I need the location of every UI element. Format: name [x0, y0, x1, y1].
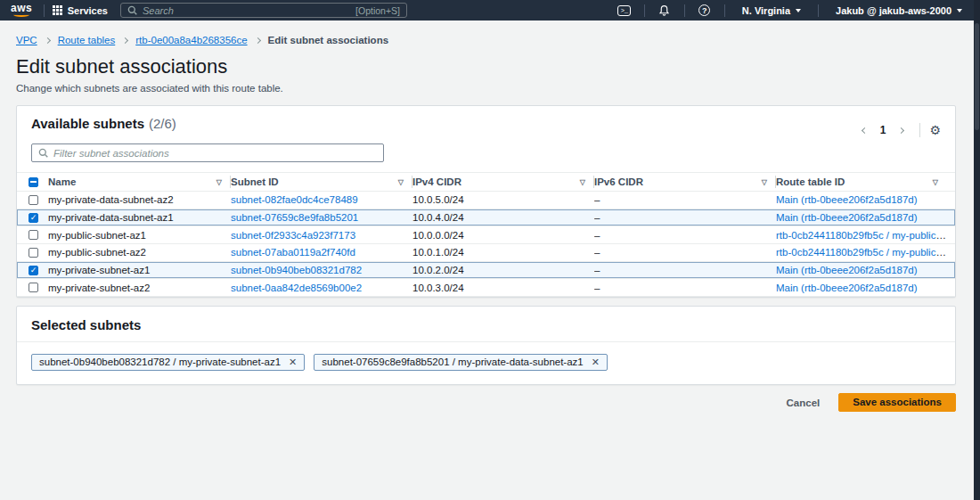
subnet-name: my-private-data-subnet-az2 — [48, 194, 231, 205]
row-checkbox[interactable] — [29, 266, 38, 275]
filter-field[interactable] — [31, 143, 384, 162]
ipv6-cidr: – — [594, 212, 776, 223]
region-selector[interactable]: N. Virginia — [733, 5, 810, 16]
help-icon: ? — [698, 4, 710, 16]
page-description: Change which subnets are associated with… — [16, 83, 956, 94]
column-header-route-table-id[interactable]: Route table ID▽ — [776, 176, 946, 188]
subnet-id-link[interactable]: subnet-07659c8e9fa8b5201 — [231, 212, 358, 223]
sort-icon[interactable]: ▽ — [398, 178, 404, 186]
subnet-name: my-private-subnet-az2 — [48, 283, 231, 293]
selected-subnets-panel: Selected subnets subnet-0b940beb08321d78… — [16, 306, 956, 385]
pagination: 1 ⚙ — [855, 123, 941, 137]
token-label: subnet-0b940beb08321d782 / my-private-su… — [39, 357, 281, 367]
chevron-down-icon — [796, 9, 801, 12]
row-checkbox[interactable] — [29, 283, 38, 292]
ipv4-cidr: 10.0.1.0/24 — [412, 247, 594, 258]
selected-subnet-token: subnet-07659c8e9fa8b5201 / my-private-da… — [314, 354, 608, 371]
subnet-id-link[interactable]: subnet-0f2933c4a923f7173 — [231, 230, 355, 241]
route-table-link[interactable]: rtb-0cb2441180b29fb5c / my-public-route-… — [776, 247, 955, 258]
table-row: my-public-subnet-az2 subnet-07aba0119a2f… — [17, 244, 955, 262]
save-associations-button[interactable]: Save associations — [838, 393, 956, 412]
previous-page-button[interactable] — [855, 128, 875, 133]
column-header-subnet-id[interactable]: Subnet ID▽ — [231, 176, 412, 188]
row-checkbox[interactable] — [29, 195, 38, 205]
scrollbar-thumb[interactable] — [975, 23, 979, 130]
available-subnets-panel: Available subnets (2/6) 1 ⚙ Name▽ Subnet… — [16, 105, 956, 298]
row-checkbox[interactable] — [29, 230, 38, 240]
bell-icon — [658, 4, 670, 16]
ipv6-cidr: – — [594, 247, 776, 258]
filter-input[interactable] — [53, 148, 377, 159]
divider — [44, 4, 45, 17]
route-table-link[interactable]: rtb-0cb2441180b29fb5c / my-public-route-… — [776, 230, 955, 241]
browser-scrollbar[interactable] — [974, 0, 980, 500]
sort-icon[interactable]: ▽ — [580, 178, 585, 186]
table-header: Name▽ Subnet ID▽ IPv4 CIDR▽ IPv6 CIDR▽ R… — [17, 172, 955, 192]
services-label: Services — [68, 5, 108, 16]
sort-icon[interactable]: ▽ — [216, 178, 222, 186]
route-table-link[interactable]: Main (rtb-0beee206f2a5d187d) — [776, 283, 918, 293]
aws-logo-text: aws — [11, 4, 32, 12]
subnet-name: my-private-subnet-az1 — [48, 265, 231, 275]
breadcrumb-route-tables[interactable]: Route tables — [58, 35, 116, 45]
global-search[interactable]: [Option+S] — [120, 3, 407, 18]
page-title: Edit subnet associations — [16, 55, 956, 78]
ipv4-cidr: 10.0.3.0/24 — [412, 283, 594, 293]
sort-icon[interactable]: ▽ — [933, 178, 938, 186]
row-checkbox[interactable] — [29, 213, 38, 223]
page-number[interactable]: 1 — [880, 124, 886, 136]
search-icon — [38, 148, 48, 158]
next-page-button[interactable] — [891, 128, 911, 133]
column-header-ipv4-cidr[interactable]: IPv4 CIDR▽ — [412, 176, 594, 188]
remove-token-icon[interactable]: ✕ — [592, 357, 600, 367]
divider — [818, 4, 819, 17]
select-all-checkbox[interactable] — [29, 177, 38, 187]
top-navigation: aws Services [Option+S] >_ ? N. Virginia… — [0, 0, 980, 20]
breadcrumb-vpc[interactable]: VPC — [16, 35, 37, 45]
ipv6-cidr: – — [594, 230, 776, 241]
divider — [724, 4, 725, 17]
chevron-right-icon — [122, 37, 128, 43]
account-menu[interactable]: Jakub @ jakub-aws-2000 — [827, 5, 971, 16]
chevron-down-icon — [957, 9, 962, 12]
breadcrumb-route-table-id[interactable]: rtb-0e00a8a4b268356ce — [135, 35, 247, 45]
column-header-name[interactable]: Name▽ — [48, 176, 231, 188]
cancel-button[interactable]: Cancel — [787, 398, 821, 408]
table-row: my-private-data-subnet-az2 subnet-082fae… — [17, 192, 955, 209]
apps-grid-icon — [53, 5, 62, 15]
route-table-link[interactable]: Main (rtb-0beee206f2a5d187d) — [776, 212, 918, 223]
aws-smile-icon — [13, 12, 29, 17]
sort-icon[interactable]: ▽ — [762, 178, 767, 186]
column-header-ipv6-cidr[interactable]: IPv6 CIDR▽ — [594, 176, 776, 188]
divider — [644, 4, 645, 17]
cloudshell-button[interactable]: >_ — [613, 5, 636, 16]
route-table-link[interactable]: Main (rtb-0beee206f2a5d187d) — [776, 194, 918, 205]
ipv6-cidr: – — [594, 194, 776, 205]
route-table-link[interactable]: Main (rtb-0beee206f2a5d187d) — [776, 265, 918, 275]
breadcrumb: VPC Route tables rtb-0e00a8a4b268356ce E… — [16, 35, 956, 45]
services-menu[interactable]: Services — [53, 5, 108, 16]
ipv6-cidr: – — [594, 283, 776, 293]
subnet-id-link[interactable]: subnet-0aa842de8569b00e2 — [231, 283, 362, 293]
subnet-id-link[interactable]: subnet-07aba0119a2f740fd — [231, 247, 355, 258]
ipv4-cidr: 10.0.5.0/24 — [412, 194, 594, 205]
token-label: subnet-07659c8e9fa8b5201 / my-private-da… — [322, 357, 583, 367]
row-checkbox[interactable] — [29, 248, 38, 258]
notifications-button[interactable] — [653, 4, 676, 16]
selected-subnets-title: Selected subnets — [31, 317, 141, 332]
account-label: Jakub @ jakub-aws-2000 — [836, 5, 951, 16]
settings-gear-icon[interactable]: ⚙ — [929, 124, 941, 136]
subnet-name: my-private-data-subnet-az1 — [48, 212, 231, 223]
ipv4-cidr: 10.0.4.0/24 — [412, 212, 594, 223]
cloudshell-icon: >_ — [617, 5, 631, 16]
subnet-id-link[interactable]: subnet-082fae0dc4ce78489 — [231, 194, 358, 205]
remove-token-icon[interactable]: ✕ — [289, 357, 297, 367]
breadcrumb-current: Edit subnet associations — [268, 35, 388, 45]
aws-logo[interactable]: aws — [11, 4, 32, 17]
table-row: my-private-subnet-az2 subnet-0aa842de856… — [17, 279, 955, 297]
help-button[interactable]: ? — [693, 4, 716, 16]
subnet-id-link[interactable]: subnet-0b940beb08321d782 — [231, 265, 362, 275]
search-input[interactable] — [143, 5, 355, 16]
selected-subnet-token: subnet-0b940beb08321d782 / my-private-su… — [31, 354, 305, 371]
table-row: my-private-data-subnet-az1 subnet-07659c… — [17, 209, 955, 227]
